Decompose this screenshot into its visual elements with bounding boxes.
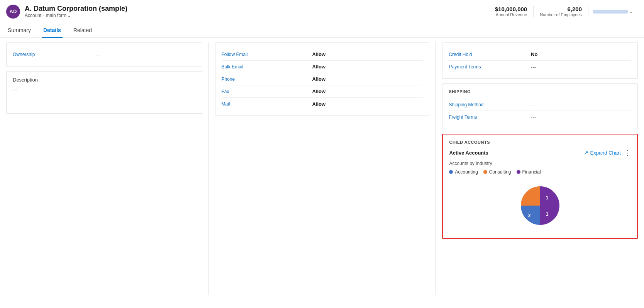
legend-dot-financial xyxy=(517,170,520,174)
owner-bar xyxy=(593,10,628,14)
employees-stat: 6,200 Number of Employees xyxy=(534,6,588,17)
pie-label-accounting: 2 xyxy=(528,213,530,218)
pie-label-consulting: 1 xyxy=(546,211,548,217)
legend-dot-consulting xyxy=(483,170,487,174)
phone-label: Phone xyxy=(222,77,312,82)
expand-chart-label: Expand Chart xyxy=(590,150,621,156)
account-type: Account xyxy=(25,13,41,18)
payment-terms-field: Payment Terms --- xyxy=(449,61,631,73)
follow-email-field: Follow Email Allow xyxy=(222,48,423,61)
phone-value: Allow xyxy=(312,76,325,82)
chart-active-accounts-label: Active Accounts xyxy=(449,150,488,156)
annual-revenue-stat: $10,000,000 Annual Revenue xyxy=(489,6,534,17)
fax-label: Fax xyxy=(222,89,312,94)
ownership-field: Ownership --- xyxy=(13,48,196,61)
child-accounts-section: CHILD ACCOUNTS Active Accounts ↗ Expand … xyxy=(442,134,638,239)
ownership-label: Ownership xyxy=(13,52,95,57)
shipping-method-field: Shipping Method --- xyxy=(449,99,631,111)
bulk-email-label: Bulk Email xyxy=(222,64,312,70)
credit-hold-label: Credit Hold xyxy=(449,52,531,57)
ownership-value: --- xyxy=(95,52,100,58)
ownership-section: Ownership --- xyxy=(6,43,202,66)
legend-dot-accounting xyxy=(449,170,453,174)
follow-email-value: Allow xyxy=(312,51,325,57)
form-chevron-icon[interactable]: ⌄ xyxy=(67,13,71,18)
more-options-icon[interactable]: ⋮ xyxy=(624,148,631,157)
avatar: AD xyxy=(6,5,20,19)
pie-chart: 1 2 1 xyxy=(517,182,563,229)
employees-label: Number of Employees xyxy=(540,12,582,17)
expand-icon: ↗ xyxy=(584,150,588,156)
annual-revenue-value: $10,000,000 xyxy=(495,6,527,12)
legend-accounting-label: Accounting xyxy=(455,169,478,175)
account-name: A. Datum Corporation (sample) xyxy=(25,5,127,13)
description-title: Description xyxy=(13,77,196,83)
child-accounts-title: CHILD ACCOUNTS xyxy=(449,140,631,145)
owner-stat: ⌄ xyxy=(588,9,638,14)
chart-legend: Accounting Consulting Financial xyxy=(449,169,631,175)
pie-label-financial: 1 xyxy=(546,195,548,201)
chart-controls: ↗ Expand Chart ⋮ xyxy=(584,148,631,157)
description-section: Description --- xyxy=(6,71,202,114)
form-label: main form xyxy=(46,13,66,18)
shipping-title: SHIPPING xyxy=(449,89,631,94)
fax-value: Allow xyxy=(312,88,325,94)
top-header: AD A. Datum Corporation (sample) Account… xyxy=(0,0,644,23)
tab-summary[interactable]: Summary xyxy=(6,23,32,38)
freight-terms-value: --- xyxy=(531,114,536,120)
pie-chart-container: 1 2 1 xyxy=(449,179,631,233)
phone-field: Phone Allow xyxy=(222,73,423,85)
mail-label: Mail xyxy=(222,101,312,107)
mail-value: Allow xyxy=(312,101,325,107)
legend-consulting: Consulting xyxy=(483,169,511,175)
expand-chart-button[interactable]: ↗ Expand Chart xyxy=(584,150,621,156)
owner-chevron-icon[interactable]: ⌄ xyxy=(629,9,633,14)
contact-prefs-section: Follow Email Allow Bulk Email Allow Phon… xyxy=(215,43,430,116)
credit-hold-value: No xyxy=(531,51,537,57)
nav-tabs: Summary Details Related xyxy=(0,23,644,38)
pie-segment-financial xyxy=(540,186,559,225)
dot-separator: · xyxy=(43,13,44,18)
tab-related[interactable]: Related xyxy=(72,23,93,38)
employees-value: 6,200 xyxy=(540,6,582,12)
freight-terms-field: Freight Terms --- xyxy=(449,111,631,123)
shipping-section: SHIPPING Shipping Method --- Freight Ter… xyxy=(442,83,638,129)
annual-revenue-label: Annual Revenue xyxy=(495,12,527,17)
chart-subtitle: Accounts by Industry xyxy=(449,161,631,166)
billing-section: Credit Hold No Payment Terms --- xyxy=(442,43,638,79)
middle-column: Follow Email Allow Bulk Email Allow Phon… xyxy=(208,43,436,295)
header-title-group: A. Datum Corporation (sample) Account · … xyxy=(25,5,127,18)
legend-financial-label: Financial xyxy=(522,169,541,175)
mail-field: Mail Allow xyxy=(222,98,423,110)
payment-terms-label: Payment Terms xyxy=(449,64,531,70)
legend-accounting: Accounting xyxy=(449,169,478,175)
description-value: --- xyxy=(13,87,196,92)
shipping-method-value: --- xyxy=(531,102,536,107)
account-subtitle: Account · main form ⌄ xyxy=(25,13,127,18)
fax-field: Fax Allow xyxy=(222,85,423,98)
bulk-email-value: Allow xyxy=(312,64,325,70)
credit-hold-field: Credit Hold No xyxy=(449,48,631,61)
shipping-method-label: Shipping Method xyxy=(449,102,531,107)
chart-header: Active Accounts ↗ Expand Chart ⋮ xyxy=(449,148,631,157)
legend-financial: Financial xyxy=(517,169,541,175)
payment-terms-value: --- xyxy=(531,64,536,70)
right-column: Credit Hold No Payment Terms --- SHIPPIN… xyxy=(436,43,638,295)
main-content: Ownership --- Description --- Follow Ema… xyxy=(0,38,644,299)
form-link[interactable]: main form ⌄ xyxy=(46,13,71,18)
header-right: $10,000,000 Annual Revenue 6,200 Number … xyxy=(489,6,638,17)
left-column: Ownership --- Description --- xyxy=(6,43,208,295)
freight-terms-label: Freight Terms xyxy=(449,114,531,120)
legend-consulting-label: Consulting xyxy=(489,169,511,175)
tab-details[interactable]: Details xyxy=(42,23,63,38)
bulk-email-field: Bulk Email Allow xyxy=(222,61,423,73)
pie-segment-consulting xyxy=(521,186,540,206)
follow-email-label: Follow Email xyxy=(222,52,312,57)
